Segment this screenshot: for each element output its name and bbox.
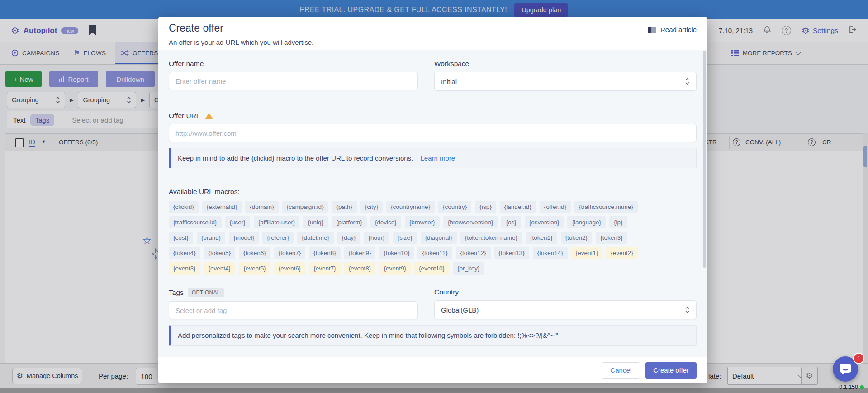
status-dot [860,385,864,389]
macros-title: Available URL macros: [169,188,697,196]
macro-chip[interactable]: {os} [501,216,521,228]
macro-chip[interactable]: {token2} [561,232,593,244]
macro-chip[interactable]: {device} [370,216,401,228]
macro-chip[interactable]: {day} [337,232,360,244]
macro-rows: {clickid}{externalid}{domain}{campaign.i… [169,201,697,275]
book-icon [648,26,656,33]
chat-icon [839,363,852,375]
modal-scrollbar-thumb[interactable] [703,51,706,268]
macro-chip[interactable]: {city} [360,201,383,213]
macro-chip[interactable]: {trafficsource.name} [574,201,638,213]
macro-chip[interactable]: {uniq} [303,216,328,228]
macro-chip[interactable]: {token12} [456,247,491,259]
macro-chip[interactable]: {campaign.id} [282,201,328,213]
macro-chip[interactable]: {brand} [197,232,226,244]
offer-url-label: Offer URL [169,112,200,120]
updown-icon [685,77,690,85]
macro-chip[interactable]: {path} [332,201,356,213]
macro-chip[interactable]: {cost} [169,232,193,244]
macro-chip[interactable]: {token5} [204,247,236,259]
country-label: Country [434,288,697,296]
macro-chip[interactable]: {referer} [262,232,294,244]
macro-chip[interactable]: {token3} [596,232,627,244]
cancel-button[interactable]: Cancel [602,362,640,379]
macro-chip[interactable]: {event3} [169,262,200,275]
macro-chip[interactable]: {token10} [379,247,414,259]
macro-chip[interactable]: {event2} [606,247,638,259]
macro-chip[interactable]: {token11} [417,247,452,259]
version-label: 0.1.150 [801,384,864,390]
updown-icon [685,306,690,314]
modal-subtitle: An offer is your ad URL which you will a… [169,38,313,46]
offer-name-input[interactable] [169,72,418,90]
macro-chip[interactable]: {ip} [609,216,627,228]
macro-chip[interactable]: {osversion} [525,216,564,228]
macro-chip[interactable]: {externalid} [202,201,242,213]
optional-badge: OPTIONAL [188,288,224,297]
macro-chip[interactable]: {country} [438,201,471,213]
tags-note: Add personalized tags to make your searc… [169,325,697,346]
macro-chip[interactable]: {countryname} [386,201,435,213]
macro-chip[interactable]: {model} [229,232,259,244]
macro-chip[interactable]: {event9} [379,262,411,275]
macro-chip[interactable]: {token14} [533,247,568,259]
workspace-label: Workspace [434,60,697,68]
divider [158,180,707,180]
macro-chip[interactable]: {affiliate.user} [254,216,300,228]
macro-chip[interactable]: {hour} [364,232,389,244]
macro-chip[interactable]: {language} [567,216,606,228]
macro-chip[interactable]: {size} [393,232,417,244]
read-article-link[interactable]: Read article [648,26,697,33]
macro-chip[interactable]: {event10} [414,262,449,275]
country-select[interactable]: Global(GLB) [434,300,697,319]
macro-chip[interactable]: {event4} [204,262,236,275]
workspace-select[interactable]: Initial [434,72,697,91]
macro-chip[interactable]: {event7} [309,262,341,275]
macro-chip[interactable]: {event5} [239,262,270,275]
clickid-note: Keep in mind to add the {clickid} macro … [169,148,697,168]
modal-footer: Cancel Create offer [158,357,707,383]
macro-chip[interactable]: {datetime} [297,232,334,244]
macro-chip[interactable]: {event8} [344,262,376,275]
chat-unread-badge: 1 [853,353,864,364]
macro-chip[interactable]: {token:token name} [460,232,522,244]
macro-chip[interactable]: {diagonal} [421,232,457,244]
create-offer-button[interactable]: Create offer [645,362,697,379]
macro-chip[interactable]: {token13} [494,247,529,259]
modal-title: Create offer [169,22,223,34]
macro-chip[interactable]: {token6} [239,247,270,259]
macro-chip[interactable]: {lander.id} [500,201,536,213]
macro-chip[interactable]: {browserversion} [443,216,498,228]
warning-icon [205,112,213,119]
modal-header: Create offer An offer is your ad URL whi… [158,17,707,50]
macro-chip[interactable]: {clickid} [169,201,199,213]
macro-chip[interactable]: {isp} [475,201,496,213]
tags-label: Tags [169,289,184,297]
macro-chip[interactable]: {event1} [571,247,603,259]
macro-chip[interactable]: {platform} [332,216,367,228]
offer-url-input[interactable] [169,124,697,142]
macro-chip[interactable]: {browser} [405,216,440,228]
macro-chip[interactable]: {domain} [245,201,278,213]
macro-chip[interactable]: {trafficsource.id} [169,216,222,228]
macro-chip[interactable]: {pr_key} [453,262,484,275]
macro-chip[interactable]: {token9} [344,247,376,259]
learn-more-link[interactable]: Learn more [420,154,455,162]
tags-input[interactable] [169,301,418,319]
macro-chip[interactable]: {token4} [169,247,200,259]
macro-chip[interactable]: {token7} [274,247,306,259]
macro-chip[interactable]: {token1} [526,232,557,244]
macro-chip[interactable]: {offer.id} [540,201,571,213]
macro-chip[interactable]: {event6} [274,262,306,275]
create-offer-modal: Create offer An offer is your ad URL whi… [158,17,707,383]
macro-chip[interactable]: {user} [225,216,250,228]
offer-name-label: Offer name [169,60,418,68]
macro-chip[interactable]: {token8} [309,247,341,259]
modal-body: Offer name Workspace Initial Offer URL K… [158,50,707,357]
